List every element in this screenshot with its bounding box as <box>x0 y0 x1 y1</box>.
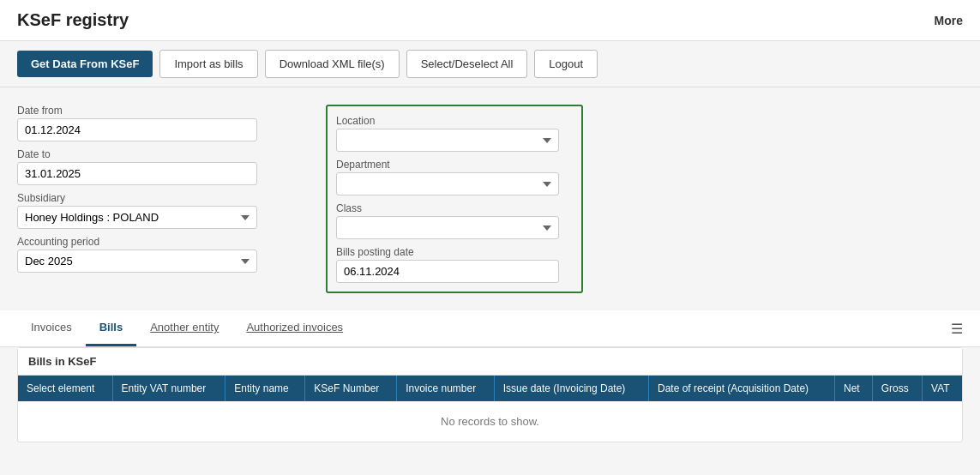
col-net: Net <box>835 376 873 401</box>
accounting-period-select[interactable]: Dec 2025 <box>17 250 257 273</box>
table-options-icon[interactable]: ☰ <box>951 321 963 337</box>
page-title: KSeF registry <box>17 10 129 30</box>
col-vat: VAT <box>923 376 962 401</box>
col-issue-date: Issue date (Invoicing Date) <box>494 376 648 401</box>
table-body: No records to show. <box>18 401 962 442</box>
department-group: Department <box>336 159 573 195</box>
accounting-period-group: Accounting period Dec 2025 <box>17 236 292 273</box>
bills-table: Select element Entity VAT number Entity … <box>18 376 962 442</box>
form-section: Date from Date to Subsidiary Honey Holdi… <box>0 87 980 302</box>
header-bar: KSeF registry More <box>0 0 980 41</box>
table-section: Bills in KSeF Select element Entity VAT … <box>17 347 963 442</box>
col-invoice-number: Invoice number <box>397 376 494 401</box>
col-entity-name: Entity name <box>225 376 305 401</box>
tab-bills[interactable]: Bills <box>86 310 136 346</box>
select-deselect-button[interactable]: Select/Deselect All <box>406 50 528 78</box>
toolbar: Get Data From KSeF Import as bills Downl… <box>0 41 980 87</box>
class-group: Class <box>336 202 573 239</box>
table-header-row: Select element Entity VAT number Entity … <box>18 376 962 401</box>
date-to-group: Date to <box>17 148 292 185</box>
location-group: Location <box>336 115 573 152</box>
subsidiary-select[interactable]: Honey Holdings : POLAND <box>17 206 257 229</box>
subsidiary-group: Subsidiary Honey Holdings : POLAND <box>17 192 292 229</box>
bills-posting-date-label: Bills posting date <box>336 246 573 258</box>
form-left: Date from Date to Subsidiary Honey Holdi… <box>17 105 292 293</box>
tab-invoices[interactable]: Invoices <box>17 310 86 346</box>
col-entity-vat: Entity VAT number <box>112 376 225 401</box>
location-label: Location <box>336 115 573 127</box>
table-title: Bills in KSeF <box>18 348 962 376</box>
tab-authorized-invoices[interactable]: Authorized invoices <box>232 310 357 346</box>
date-to-label: Date to <box>17 148 292 160</box>
date-from-label: Date from <box>17 105 292 117</box>
date-to-input[interactable] <box>17 162 257 185</box>
department-select[interactable] <box>336 172 559 195</box>
col-gross: Gross <box>872 376 922 401</box>
col-select-element: Select element <box>18 376 112 401</box>
col-date-of-receipt: Date of receipt (Acquisition Date) <box>648 376 834 401</box>
no-records-row: No records to show. <box>18 401 962 442</box>
tabs-section: Invoices Bills Another entity Authorized… <box>0 310 980 347</box>
col-ksef-number: KSeF Number <box>305 376 397 401</box>
download-xml-button[interactable]: Download XML file(s) <box>265 50 400 78</box>
date-from-input[interactable] <box>17 118 257 141</box>
more-button[interactable]: More <box>935 14 963 27</box>
get-data-button[interactable]: Get Data From KSeF <box>17 51 153 77</box>
accounting-period-label: Accounting period <box>17 236 292 248</box>
import-bills-button[interactable]: Import as bills <box>159 50 257 78</box>
date-from-group: Date from <box>17 105 292 141</box>
tab-another-entity[interactable]: Another entity <box>136 310 232 346</box>
subsidiary-label: Subsidiary <box>17 192 292 204</box>
class-label: Class <box>336 202 573 214</box>
location-select[interactable] <box>336 129 559 152</box>
tabs: Invoices Bills Another entity Authorized… <box>17 310 357 346</box>
bills-posting-date-group: Bills posting date <box>336 246 573 283</box>
form-right: Location Department Class Bills posting … <box>326 105 583 293</box>
no-records-text: No records to show. <box>18 401 962 442</box>
department-label: Department <box>336 159 573 171</box>
logout-button[interactable]: Logout <box>534 50 598 78</box>
class-select[interactable] <box>336 216 559 239</box>
table-head: Select element Entity VAT number Entity … <box>18 376 962 401</box>
bills-posting-date-input[interactable] <box>336 260 559 283</box>
